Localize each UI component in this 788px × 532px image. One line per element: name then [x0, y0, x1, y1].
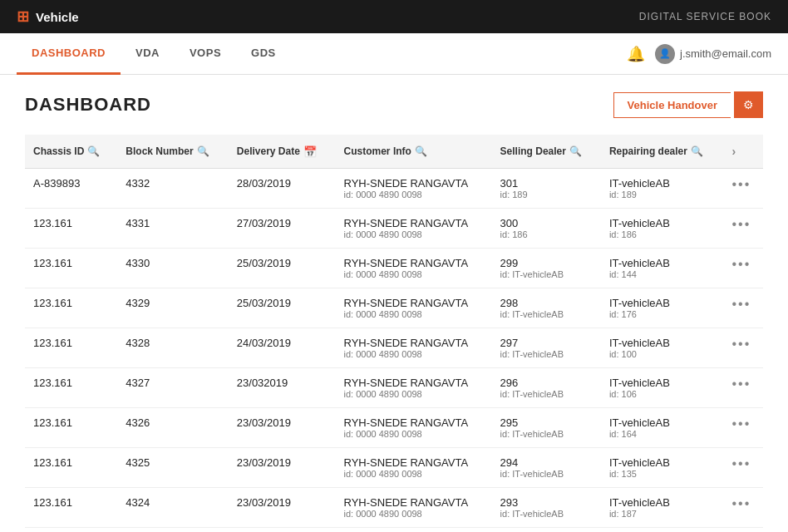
page-title: DASHBOARD [25, 94, 151, 116]
delivery-date-label: Delivery Date [237, 145, 300, 157]
block-number-label: Block Number [126, 145, 193, 157]
repairing-dealer-label: Repairing dealer [609, 145, 687, 157]
cell-repairing-dealer: IT-vehicleAB id: 144 [601, 249, 724, 288]
selling-dealer-search-icon[interactable]: 🔍 [569, 145, 582, 157]
cell-repairing-dealer: IT-vehicleAB id: 186 [601, 209, 724, 249]
row-actions-button[interactable]: ••• [731, 456, 751, 470]
nav-item-dashboard[interactable]: DASHBOARD [17, 33, 121, 75]
cell-row-actions[interactable]: ••• [723, 528, 763, 533]
nav-item-vda[interactable]: VDA [121, 33, 175, 75]
cell-row-actions[interactable]: ••• [723, 288, 763, 328]
cell-chassis-id: 123.161 [25, 368, 117, 408]
selling-dealer-label: Selling Dealer [500, 145, 566, 157]
user-info: 👤 j.smith@email.com [655, 44, 771, 64]
cell-row-actions[interactable]: ••• [723, 169, 763, 209]
bell-icon[interactable]: 🔔 [627, 45, 645, 63]
row-actions-button[interactable]: ••• [731, 217, 751, 231]
cell-delivery-date: 23/03/2019 [229, 488, 336, 528]
cell-delivery-date: 23/03/2019 [229, 408, 336, 448]
cell-repairing-dealer: IT-vehicleAB id: 164 [601, 408, 724, 448]
row-actions-button[interactable]: ••• [731, 416, 751, 431]
row-actions-button[interactable]: ••• [731, 337, 751, 351]
block-number-search-icon[interactable]: 🔍 [197, 145, 209, 157]
cell-selling-dealer: 299 id: IT-vehicleAB [492, 249, 601, 288]
delivery-date-calendar-icon[interactable]: 📅 [303, 145, 317, 158]
chevron-right-icon[interactable]: › [731, 145, 736, 158]
cell-customer-info: RYH-SNEDE RANGAVTA id: 0000 4890 0098 [336, 368, 492, 408]
table-row: 123.161 4326 23/03/2019 RYH-SNEDE RANGAV… [25, 408, 763, 448]
cell-repairing-dealer: IT-vehicleAB id: 176 [601, 288, 724, 328]
top-bar: ⊞ Vehicle DIGITAL SERVICE BOOK [0, 0, 788, 33]
table-row: 123.161 4324 23/03/2019 RYH-SNEDE RANGAV… [25, 488, 763, 528]
cell-row-actions[interactable]: ••• [723, 249, 763, 288]
row-actions-button[interactable]: ••• [731, 177, 751, 191]
cell-repairing-dealer: IT-vehicleAB id: 102 [601, 528, 724, 533]
nav-item-vops[interactable]: VOPS [175, 33, 236, 75]
table-row: 123.161 4331 27/03/2019 RYH-SNEDE RANGAV… [25, 209, 763, 249]
cell-repairing-dealer: IT-vehicleAB id: 106 [601, 368, 724, 408]
cell-customer-info: RYH-SNEDE RANGAVTA id: 0000 4890 0098 [336, 328, 492, 368]
brand-name: Vehicle [36, 10, 79, 24]
cell-row-actions[interactable]: ••• [723, 209, 763, 249]
row-actions-button[interactable]: ••• [731, 496, 751, 510]
top-bar-right-text: DIGITAL SERVICE BOOK [639, 11, 771, 22]
cell-selling-dealer: 296 id: IT-vehicleAB [492, 368, 601, 408]
cell-chassis-id: 123.161 [25, 209, 117, 249]
chassis-id-label: Chassis ID [33, 145, 84, 157]
cell-repairing-dealer: IT-vehicleAB id: 135 [601, 448, 724, 488]
cell-chassis-id: 123.161 [25, 448, 117, 488]
vehicle-handover-button[interactable]: Vehicle Handover [613, 92, 731, 118]
cell-customer-info: RYH-SNEDE RANGAVTA id: 0000 4890 0098 [336, 528, 492, 533]
cell-customer-info: RYH-SNEDE RANGAVTA id: 0000 4890 0098 [336, 169, 492, 209]
cell-selling-dealer: 292 id: IT-vehicleAB [492, 528, 601, 533]
col-repairing-dealer: Repairing dealer 🔍 [601, 135, 724, 169]
chassis-id-search-icon[interactable]: 🔍 [87, 145, 100, 157]
cell-delivery-date: 27/03/2019 [229, 209, 336, 249]
table-row: 123.161 4325 23/03/2019 RYH-SNEDE RANGAV… [25, 448, 763, 488]
cell-chassis-id: 123.161 [25, 288, 117, 328]
cell-block-number: 4323 [117, 528, 229, 533]
cell-selling-dealer: 295 id: IT-vehicleAB [492, 408, 601, 448]
table-container: Chassis ID 🔍 Block Number 🔍 Delivery Dat… [25, 135, 763, 532]
cell-row-actions[interactable]: ••• [723, 488, 763, 528]
nav-item-gds[interactable]: GDS [236, 33, 291, 75]
cell-customer-info: RYH-SNEDE RANGAVTA id: 0000 4890 0098 [336, 488, 492, 528]
table-row: 123.161 4327 23/032019 RYH-SNEDE RANGAVT… [25, 368, 763, 408]
cell-selling-dealer: 294 id: IT-vehicleAB [492, 448, 601, 488]
row-actions-button[interactable]: ••• [731, 297, 751, 311]
cell-block-number: 4329 [117, 288, 229, 328]
customer-info-label: Customer Info [344, 145, 411, 157]
cell-block-number: 4331 [117, 209, 229, 249]
cell-selling-dealer: 301 id: 189 [492, 169, 601, 209]
row-actions-button[interactable]: ••• [731, 377, 751, 391]
cell-block-number: 4326 [117, 408, 229, 448]
customer-info-search-icon[interactable]: 🔍 [415, 145, 427, 157]
cell-delivery-date: 24/03/2019 [229, 328, 336, 368]
nav-bar: DASHBOARD VDA VOPS GDS 🔔 👤 j.smith@email… [0, 33, 788, 75]
col-delivery-date: Delivery Date 📅 [229, 135, 336, 169]
cell-repairing-dealer: IT-vehicleAB id: 187 [601, 488, 724, 528]
cell-delivery-date: 25/03/2019 [229, 249, 336, 288]
cell-row-actions[interactable]: ••• [723, 448, 763, 488]
row-actions-button[interactable]: ••• [731, 257, 751, 271]
cell-delivery-date: 23/03/2019 [229, 448, 336, 488]
cell-customer-info: RYH-SNEDE RANGAVTA id: 0000 4890 0098 [336, 448, 492, 488]
table-row: 123.161 4330 25/03/2019 RYH-SNEDE RANGAV… [25, 249, 763, 288]
header-actions: Vehicle Handover ⚙ [613, 91, 763, 118]
cell-delivery-date: 28/03/2019 [229, 169, 336, 209]
cell-row-actions[interactable]: ••• [723, 408, 763, 448]
cell-block-number: 4325 [117, 448, 229, 488]
col-selling-dealer: Selling Dealer 🔍 [492, 135, 601, 169]
repairing-dealer-search-icon[interactable]: 🔍 [691, 145, 703, 157]
cell-row-actions[interactable]: ••• [723, 368, 763, 408]
table-header-row: Chassis ID 🔍 Block Number 🔍 Delivery Dat… [25, 135, 763, 169]
cell-selling-dealer: 297 id: IT-vehicleAB [492, 328, 601, 368]
table-row: 123.161 4328 24/03/2019 RYH-SNEDE RANGAV… [25, 328, 763, 368]
col-actions-chevron: › [723, 135, 763, 169]
cell-row-actions[interactable]: ••• [723, 328, 763, 368]
cell-chassis-id: A-839893 [25, 169, 117, 209]
avatar: 👤 [655, 44, 675, 64]
table-row: A-839893 4332 28/03/2019 RYH-SNEDE RANGA… [25, 169, 763, 209]
main-content: DASHBOARD Vehicle Handover ⚙ Chassis ID … [0, 75, 788, 532]
gear-button[interactable]: ⚙ [734, 91, 763, 118]
